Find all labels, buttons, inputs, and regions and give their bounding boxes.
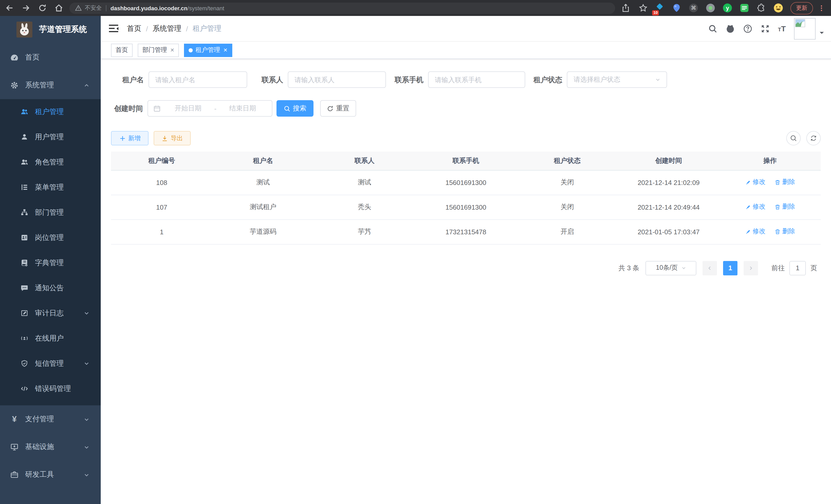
col-created: 创建时间 xyxy=(618,152,719,170)
plus-icon xyxy=(119,135,126,142)
page-1-button[interactable]: 1 xyxy=(723,261,738,275)
sidebar-item-tenant[interactable]: 租户管理 xyxy=(0,99,101,124)
date-range-input[interactable]: 开始日期 - 结束日期 xyxy=(147,100,273,117)
sidebar-item-role[interactable]: 角色管理 xyxy=(0,149,101,175)
delete-link[interactable]: 删除 xyxy=(774,227,795,236)
status-select[interactable]: 请选择租户状态 xyxy=(567,71,667,88)
update-button[interactable]: 更新 xyxy=(791,2,813,14)
extension-balloon-icon[interactable] xyxy=(672,3,682,13)
sidebar-item-label: 字典管理 xyxy=(35,258,64,267)
table-refresh-icon[interactable] xyxy=(806,131,821,145)
extension-green-y-icon[interactable]: y xyxy=(722,3,732,13)
reload-icon[interactable] xyxy=(38,4,47,12)
sidebar-item-label: 支付管理 xyxy=(25,415,54,424)
goto-page-input[interactable] xyxy=(790,261,806,275)
reset-button[interactable]: 重置 xyxy=(320,100,356,117)
address-bar[interactable]: 不安全 dashboard.yudao.iocoder.cn/system/te… xyxy=(69,2,615,13)
sidebar-item-home[interactable]: 首页 xyxy=(0,44,101,71)
delete-link[interactable]: 删除 xyxy=(774,203,795,211)
avatar[interactable] xyxy=(794,18,815,39)
sidebar-item-system[interactable]: 系统管理 xyxy=(0,71,101,99)
sidebar-item-label: 首页 xyxy=(25,53,39,62)
sidebar-item-errorcode[interactable]: 错误码管理 xyxy=(0,376,101,401)
export-button[interactable]: 导出 xyxy=(154,131,191,145)
sidebar-item-post[interactable]: 岗位管理 xyxy=(0,225,101,250)
sidebar: 芋道管理系统 首页 系统管理 租户管理 用户管理 xyxy=(0,16,101,504)
sidebar-item-devtools[interactable]: 研发工具 xyxy=(0,461,101,488)
browser-menu-icon[interactable]: ⋮ xyxy=(818,4,825,12)
cell-status: 关闭 xyxy=(516,195,618,219)
dictionary-icon xyxy=(21,259,28,267)
delete-link[interactable]: 删除 xyxy=(774,178,795,187)
back-icon[interactable] xyxy=(5,4,14,12)
search-button[interactable]: 搜索 xyxy=(277,100,314,117)
sidebar-item-infra[interactable]: 基础设施 xyxy=(0,433,101,461)
sidebar-item-user[interactable]: 用户管理 xyxy=(0,124,101,149)
search-icon[interactable] xyxy=(708,24,717,33)
edit-link[interactable]: 修改 xyxy=(745,178,766,187)
fullscreen-icon[interactable] xyxy=(760,24,770,33)
cell-tenant-name: 测试租户 xyxy=(212,195,314,219)
date-start-placeholder: 开始日期 xyxy=(163,104,213,113)
github-icon[interactable] xyxy=(725,24,735,33)
table-tools xyxy=(781,131,821,145)
breadcrumb-home[interactable]: 首页 xyxy=(127,24,141,33)
breadcrumb-system[interactable]: 系统管理 xyxy=(153,24,181,33)
extension-gray-circle-icon[interactable] xyxy=(706,3,715,13)
extension-badge: 10 xyxy=(652,10,659,16)
forward-icon[interactable] xyxy=(22,4,30,12)
col-actions: 操作 xyxy=(719,152,821,170)
next-page-button[interactable] xyxy=(744,261,758,275)
system-submenu: 租户管理 用户管理 角色管理 菜单管理 部门管理 xyxy=(0,99,101,405)
cell-actions: 修改 删除 xyxy=(719,195,821,219)
cell-status: 关闭 xyxy=(516,170,618,195)
sidebar-item-notice[interactable]: 通知公告 xyxy=(0,275,101,301)
prev-page-button[interactable] xyxy=(703,261,717,275)
avatar-dropdown-caret[interactable] xyxy=(820,32,824,36)
omnibox-separator xyxy=(106,5,106,11)
bookmark-star-icon[interactable] xyxy=(639,4,648,12)
pencil-icon xyxy=(745,229,751,235)
extension-chat-icon[interactable] xyxy=(740,3,749,13)
chevron-up-icon xyxy=(84,83,89,88)
tab-home[interactable]: 首页 xyxy=(111,43,133,57)
sidebar-item-audit[interactable]: 审计日志 xyxy=(0,301,101,326)
chevron-down-icon xyxy=(84,472,89,478)
tab-tenant[interactable]: 租户管理 ✕ xyxy=(184,43,232,57)
sidebar-item-payment[interactable]: ¥ 支付管理 xyxy=(0,405,101,433)
edit-link[interactable]: 修改 xyxy=(745,203,766,211)
edit-link[interactable]: 修改 xyxy=(745,227,766,236)
logo[interactable]: 芋道管理系统 xyxy=(0,16,101,42)
extensions-puzzle-icon[interactable] xyxy=(756,3,766,13)
help-icon[interactable] xyxy=(743,24,752,33)
sidebar-item-menu[interactable]: 菜单管理 xyxy=(0,175,101,200)
date-separator: - xyxy=(214,105,217,112)
extension-command-icon[interactable]: ⌘ xyxy=(689,3,698,13)
reset-button-label: 重置 xyxy=(336,104,349,113)
tab-dept[interactable]: 部门管理 ✕ xyxy=(138,43,179,57)
sidebar-item-sms[interactable]: 短信管理 xyxy=(0,351,101,376)
share-icon[interactable] xyxy=(621,4,630,12)
col-phone: 联系手机 xyxy=(415,152,517,170)
table-toolbar: 新增 导出 xyxy=(111,131,821,145)
sidebar-item-online[interactable]: 在线用户 xyxy=(0,326,101,351)
phone-input[interactable] xyxy=(435,76,519,84)
dev-tools-icon xyxy=(10,471,19,479)
cell-tenant-id: 107 xyxy=(111,195,212,219)
add-button[interactable]: 新增 xyxy=(111,131,148,145)
cell-tenant-name: 测试 xyxy=(212,170,314,195)
extension-emoji-icon[interactable] xyxy=(773,3,783,13)
page-size-select[interactable]: 10条/页 xyxy=(646,261,696,275)
sidebar-item-dept[interactable]: 部门管理 xyxy=(0,200,101,225)
font-size-icon[interactable]: TT xyxy=(778,24,786,33)
tab-close-icon[interactable]: ✕ xyxy=(170,47,174,53)
sidebar-item-dict[interactable]: 字典管理 xyxy=(0,250,101,275)
tenant-name-input[interactable] xyxy=(155,76,240,84)
cell-contact: 芋艿 xyxy=(314,219,415,244)
tab-close-icon[interactable]: ✕ xyxy=(223,47,228,53)
home-icon[interactable] xyxy=(55,4,63,12)
extension-diamond-icon[interactable]: 10 xyxy=(655,3,664,13)
sidebar-toggle-icon[interactable] xyxy=(109,24,119,33)
table-search-toggle-icon[interactable] xyxy=(786,131,801,145)
contact-input[interactable] xyxy=(294,76,379,84)
